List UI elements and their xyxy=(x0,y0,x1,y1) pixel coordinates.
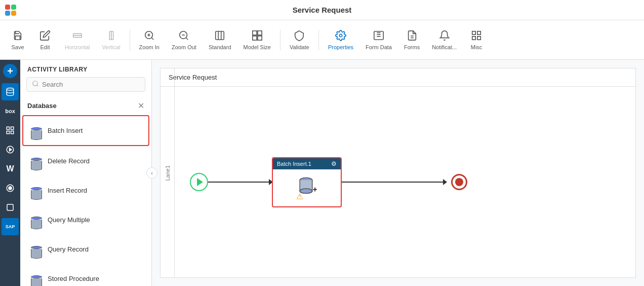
standard-label: Standard xyxy=(209,44,231,50)
svg-rect-30 xyxy=(7,127,9,129)
save-icon xyxy=(12,30,23,43)
sidebar-icon-circle[interactable] xyxy=(2,180,19,197)
svg-rect-17 xyxy=(258,35,262,40)
list-item-delete-record[interactable]: Delete Record xyxy=(23,147,148,175)
sidebar-icon-grid[interactable] xyxy=(2,122,19,139)
flow-line-1 xyxy=(208,182,269,183)
notifications-icon xyxy=(439,30,450,43)
stored-procedure-label: Stored Procedure xyxy=(48,275,99,282)
misc-button[interactable]: Misc xyxy=(464,28,489,52)
forms-icon xyxy=(407,30,418,43)
delete-record-label: Delete Record xyxy=(48,157,90,165)
list-item-batch-insert[interactable]: Batch Insert xyxy=(22,115,149,146)
edit-label: Edit xyxy=(41,44,50,50)
forms-button[interactable]: Forms xyxy=(399,28,425,52)
svg-line-40 xyxy=(37,85,38,87)
insert-record-label: Insert Record xyxy=(48,187,87,194)
sidebar-icon-video[interactable] xyxy=(2,141,19,158)
insert-record-icon xyxy=(30,181,43,200)
vertical-label: Vertical xyxy=(102,44,120,50)
svg-marker-35 xyxy=(10,148,12,151)
start-node[interactable] xyxy=(190,173,208,191)
form-data-button[interactable]: Form Data xyxy=(360,28,397,52)
standard-icon xyxy=(214,30,225,43)
sidebar-icon-database[interactable] xyxy=(2,83,19,100)
list-item-insert-record[interactable]: Insert Record xyxy=(23,176,148,205)
list-item-query-multiple[interactable]: Query Multiple xyxy=(23,205,148,234)
zoom-out-label: Zoom Out xyxy=(172,44,196,50)
horizontal-button[interactable]: Horizontal xyxy=(60,28,95,52)
vertical-button[interactable]: Vertical xyxy=(97,28,126,52)
save-button[interactable]: Save xyxy=(5,28,30,52)
validate-button[interactable]: Validate xyxy=(285,28,314,52)
edit-button[interactable]: Edit xyxy=(32,28,58,52)
model-size-icon xyxy=(252,30,263,43)
svg-rect-28 xyxy=(477,36,480,39)
collapse-panel-button[interactable]: ‹ xyxy=(146,167,157,178)
svg-point-18 xyxy=(339,34,342,37)
svg-rect-16 xyxy=(253,35,257,40)
stored-procedure-icon xyxy=(30,269,43,286)
activity-node-body: ⚠ xyxy=(273,169,341,206)
search-icon xyxy=(32,80,39,89)
search-input[interactable] xyxy=(42,81,140,88)
misc-label: Misc xyxy=(471,44,482,50)
properties-label: Properties xyxy=(328,44,353,50)
sidebar-icon-box[interactable]: box xyxy=(2,102,19,120)
activity-node-gear-icon[interactable]: ⚙ xyxy=(331,160,337,167)
svg-rect-31 xyxy=(11,127,14,129)
form-data-label: Form Data xyxy=(366,44,392,50)
activity-node-batch-insert[interactable]: Batch Insert.1 ⚙ xyxy=(272,157,342,207)
add-activity-button[interactable]: + xyxy=(3,64,17,78)
svg-rect-38 xyxy=(7,204,13,210)
svg-point-39 xyxy=(33,81,37,86)
activity-node-header: Batch Insert.1 ⚙ xyxy=(273,158,341,169)
notifications-button[interactable]: Notificat... xyxy=(427,28,462,52)
horizontal-icon xyxy=(72,30,83,43)
svg-rect-32 xyxy=(7,131,9,134)
activity-list: Batch Insert Delete Record xyxy=(20,115,151,286)
toolbar: Save Edit Horizontal Vertical Zoom In Zo… xyxy=(0,20,644,60)
forms-label: Forms xyxy=(404,44,420,50)
model-size-label: Model Size xyxy=(244,44,271,50)
end-dot-icon xyxy=(455,178,463,186)
search-bar[interactable] xyxy=(26,77,145,92)
canvas-inner: Service Request Lane1 Batch Insert.1 xyxy=(160,68,636,278)
main-layout: + box W SAP ACTIVITY LIBRARY xyxy=(0,60,644,286)
svg-line-5 xyxy=(151,38,153,40)
form-data-icon xyxy=(373,30,384,43)
flow-arrow-2 xyxy=(443,179,447,185)
query-record-label: Query Record xyxy=(48,245,89,253)
svg-rect-26 xyxy=(477,31,480,34)
svg-rect-33 xyxy=(11,131,14,134)
sidebar-icon-sap[interactable]: SAP xyxy=(2,218,19,235)
category-label: Database xyxy=(27,102,57,110)
flow-container: Batch Insert.1 ⚙ xyxy=(175,87,635,277)
canvas-breadcrumb: Service Request xyxy=(169,74,217,81)
notifications-label: Notificat... xyxy=(432,44,457,50)
list-item-query-record[interactable]: Query Record xyxy=(23,235,148,264)
lane-label: Lane1 xyxy=(160,68,175,277)
sidebar-icon-square[interactable] xyxy=(2,199,19,216)
list-item-stored-procedure[interactable]: Stored Procedure xyxy=(23,264,148,286)
standard-button[interactable]: Standard xyxy=(204,28,236,52)
sidebar-icon-wordpress[interactable]: W xyxy=(2,160,19,177)
model-size-button[interactable]: Model Size xyxy=(238,28,276,52)
page-title: Service Request xyxy=(293,6,352,14)
query-multiple-label: Query Multiple xyxy=(48,216,90,224)
category-close-button[interactable]: ✕ xyxy=(138,101,144,111)
query-record-icon xyxy=(30,240,43,259)
properties-icon xyxy=(335,30,346,43)
zoom-out-button[interactable]: Zoom Out xyxy=(167,28,202,52)
properties-button[interactable]: Properties xyxy=(323,28,358,52)
zoom-in-button[interactable]: Zoom In xyxy=(134,28,165,52)
save-label: Save xyxy=(11,44,24,50)
flow-line-2 xyxy=(342,182,443,183)
activity-library-panel: ACTIVITY LIBRARY Database ✕ xyxy=(20,60,152,286)
svg-line-9 xyxy=(186,38,188,40)
activity-node-title: Batch Insert.1 xyxy=(277,161,311,167)
delete-record-icon xyxy=(30,152,43,170)
horizontal-label: Horizontal xyxy=(65,44,90,50)
end-node[interactable] xyxy=(451,174,467,190)
edit-icon xyxy=(39,30,51,43)
